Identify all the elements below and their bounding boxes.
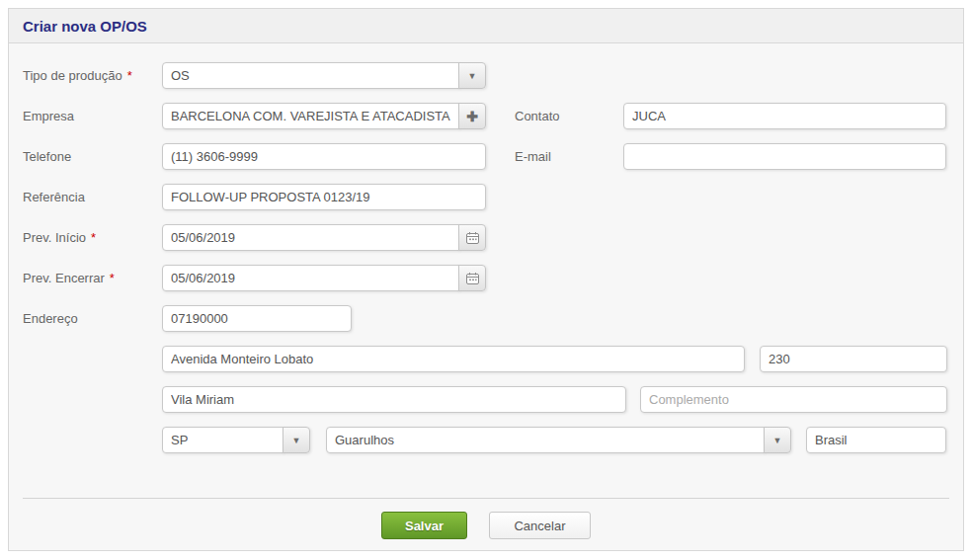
empresa-group: ✚ xyxy=(162,103,486,129)
chevron-down-icon: ▼ xyxy=(773,436,782,445)
prev-inicio-label: Prev. Início* xyxy=(23,224,96,251)
contato-label: Contato xyxy=(515,103,560,129)
required-asterisk: * xyxy=(110,271,115,285)
create-op-os-panel: Criar nova OP/OS Tipo de produção* OS ▼ … xyxy=(8,8,964,551)
cancel-button[interactable]: Cancelar xyxy=(489,512,591,539)
email-label: E-mail xyxy=(515,143,551,170)
prev-encerrar-datepicker-button[interactable] xyxy=(458,265,486,291)
chevron-down-icon: ▼ xyxy=(292,436,301,445)
estado-select: SP ▼ xyxy=(162,427,310,453)
cidade-value[interactable]: Guarulhos xyxy=(326,427,765,453)
logradouro-input[interactable] xyxy=(162,346,745,372)
contato-input[interactable] xyxy=(623,103,946,129)
cidade-dropdown-button[interactable]: ▼ xyxy=(764,427,791,453)
telefone-input[interactable] xyxy=(162,143,486,170)
prev-inicio-datepicker-button[interactable] xyxy=(458,224,486,251)
endereco-label: Endereço xyxy=(23,305,78,332)
add-icon: ✚ xyxy=(466,110,478,123)
estado-dropdown-button[interactable]: ▼ xyxy=(283,427,310,453)
required-asterisk: * xyxy=(91,230,96,245)
referencia-label: Referência xyxy=(23,184,85,210)
complemento-input[interactable] xyxy=(640,386,947,413)
tipo-producao-label: Tipo de produção* xyxy=(23,62,132,89)
empresa-label: Empresa xyxy=(23,103,74,129)
footer-divider xyxy=(23,498,949,499)
cep-input[interactable] xyxy=(162,305,352,332)
prev-inicio-group xyxy=(162,224,486,251)
prev-inicio-input[interactable] xyxy=(162,224,459,251)
bairro-input[interactable] xyxy=(162,386,626,413)
telefone-label: Telefone xyxy=(23,143,71,170)
tipo-producao-select: OS ▼ xyxy=(162,62,486,89)
calendar-icon xyxy=(465,231,480,245)
referencia-input[interactable] xyxy=(162,184,486,210)
calendar-icon xyxy=(465,272,480,285)
tipo-producao-value[interactable]: OS xyxy=(162,62,459,89)
email-input[interactable] xyxy=(623,143,946,170)
empresa-input[interactable] xyxy=(162,103,459,129)
tipo-producao-dropdown-button[interactable]: ▼ xyxy=(458,62,486,89)
panel-header: Criar nova OP/OS xyxy=(9,9,963,43)
prev-encerrar-input[interactable] xyxy=(162,265,459,291)
prev-encerrar-group xyxy=(162,265,486,291)
required-asterisk: * xyxy=(127,68,132,83)
pais-input[interactable] xyxy=(806,427,946,453)
page-title: Criar nova OP/OS xyxy=(23,18,147,35)
cidade-select: Guarulhos ▼ xyxy=(326,427,791,453)
empresa-add-button[interactable]: ✚ xyxy=(458,103,486,129)
numero-input[interactable] xyxy=(760,346,947,372)
save-button[interactable]: Salvar xyxy=(381,512,467,539)
estado-value[interactable]: SP xyxy=(162,427,284,453)
chevron-down-icon: ▼ xyxy=(468,71,477,81)
prev-encerrar-label: Prev. Encerrar* xyxy=(23,265,115,291)
